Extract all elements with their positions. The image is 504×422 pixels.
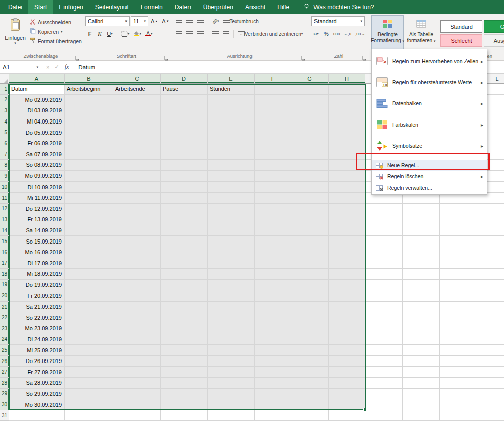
- cell-E8[interactable]: [208, 160, 255, 171]
- cell-L13[interactable]: [477, 214, 504, 225]
- font-name-combo[interactable]: Calibri▾: [85, 16, 130, 26]
- tab-überprüfen[interactable]: Überprüfen: [197, 0, 239, 14]
- cell-F25[interactable]: [255, 345, 291, 356]
- cell-J21[interactable]: [403, 302, 440, 313]
- cell-F15[interactable]: [255, 236, 291, 247]
- cell-H30[interactable]: [329, 399, 365, 410]
- cell-E22[interactable]: [208, 312, 255, 323]
- cell-G16[interactable]: [291, 247, 329, 258]
- row-header-22[interactable]: 22: [0, 312, 9, 323]
- tab-start[interactable]: Start: [28, 0, 53, 14]
- align-top-icon[interactable]: [174, 16, 184, 26]
- cell-F16[interactable]: [255, 247, 291, 258]
- menu-item[interactable]: Regeln löschen▸: [372, 171, 487, 182]
- cell-A29[interactable]: So 29.09.2019: [9, 389, 65, 400]
- paste-button[interactable]: Einfügen ▾: [3, 17, 27, 46]
- cell-D10[interactable]: [161, 182, 208, 193]
- number-format-combo[interactable]: Standard▾: [311, 16, 365, 26]
- cell-B21[interactable]: [65, 302, 113, 313]
- cell-E18[interactable]: [208, 269, 255, 280]
- cell-A11[interactable]: Mi 11.09.2019: [9, 193, 65, 204]
- cell-G29[interactable]: [291, 389, 329, 400]
- cell-C12[interactable]: [113, 204, 161, 215]
- cell-G31[interactable]: [291, 410, 329, 421]
- cell-I16[interactable]: [365, 247, 403, 258]
- cell-D4[interactable]: [161, 116, 208, 128]
- row-header-24[interactable]: 24: [0, 334, 9, 345]
- tab-einfügen[interactable]: Einfügen: [53, 0, 89, 14]
- cell-B17[interactable]: [65, 258, 113, 269]
- cell-J28[interactable]: [403, 378, 440, 389]
- cell-L20[interactable]: [477, 290, 504, 302]
- increase-indent-button[interactable]: [221, 29, 231, 39]
- cell-D24[interactable]: [161, 334, 208, 345]
- cell-F11[interactable]: [255, 193, 291, 204]
- cell-F2[interactable]: [255, 95, 291, 106]
- cell-E27[interactable]: [208, 367, 255, 378]
- cell-E6[interactable]: [208, 138, 255, 149]
- cell-A15[interactable]: So 15.09.2019: [9, 236, 65, 247]
- cell-E4[interactable]: [208, 116, 255, 128]
- cell-G25[interactable]: [291, 345, 329, 356]
- cell-D1[interactable]: Pause: [161, 84, 208, 95]
- cell-C13[interactable]: [113, 214, 161, 225]
- cell-A14[interactable]: Sa 14.09.2019: [9, 225, 65, 236]
- cell-I25[interactable]: [365, 345, 403, 356]
- comma-style-button[interactable]: 000: [332, 29, 341, 39]
- column-header-C[interactable]: C: [113, 74, 161, 84]
- cell-D28[interactable]: [161, 378, 208, 389]
- cell-B5[interactable]: [65, 127, 113, 138]
- cell-E16[interactable]: [208, 247, 255, 258]
- cell-A10[interactable]: Di 10.09.2019: [9, 182, 65, 193]
- cell-I24[interactable]: [365, 334, 403, 345]
- cell-B9[interactable]: [65, 171, 113, 182]
- cell-H4[interactable]: [329, 116, 365, 128]
- cell-E29[interactable]: [208, 389, 255, 400]
- row-header-27[interactable]: 27: [0, 367, 9, 378]
- cell-H22[interactable]: [329, 312, 365, 323]
- cell-G20[interactable]: [291, 290, 329, 302]
- row-header-23[interactable]: 23: [0, 323, 9, 334]
- cell-H3[interactable]: [329, 105, 365, 116]
- cell-C11[interactable]: [113, 193, 161, 204]
- cell-H18[interactable]: [329, 269, 365, 280]
- cell-D16[interactable]: [161, 247, 208, 258]
- cell-L23[interactable]: [477, 323, 504, 334]
- cell-E14[interactable]: [208, 225, 255, 236]
- menu-item[interactable]: Neue Regel...: [372, 160, 487, 171]
- cell-G24[interactable]: [291, 334, 329, 345]
- cell-F22[interactable]: [255, 312, 291, 323]
- copy-button[interactable]: Kopieren ▾: [30, 27, 82, 36]
- tab-ansicht[interactable]: Ansicht: [239, 0, 271, 14]
- cell-H1[interactable]: [329, 84, 365, 95]
- cell-H11[interactable]: [329, 193, 365, 204]
- cell-E3[interactable]: [208, 105, 255, 116]
- cell-C9[interactable]: [113, 171, 161, 182]
- cell-style-schlecht[interactable]: Schlecht: [440, 34, 482, 47]
- cell-D6[interactable]: [161, 138, 208, 149]
- borders-button[interactable]: ▾: [120, 29, 131, 39]
- accounting-format-button[interactable]: ¤▾: [311, 29, 321, 39]
- cell-B31[interactable]: [65, 410, 113, 421]
- cell-F19[interactable]: [255, 280, 291, 291]
- cell-H2[interactable]: [329, 95, 365, 106]
- row-header-8[interactable]: 8: [0, 160, 9, 171]
- row-header-16[interactable]: 16: [0, 247, 9, 258]
- cell-D11[interactable]: [161, 193, 208, 204]
- dialog-launcher-icon[interactable]: [362, 53, 367, 58]
- cell-F7[interactable]: [255, 149, 291, 160]
- row-header-1[interactable]: 1: [0, 84, 9, 95]
- column-header-F[interactable]: F: [255, 74, 291, 84]
- name-box[interactable]: A1 ▾: [0, 61, 41, 73]
- tell-me[interactable]: Was möchten Sie tun?: [303, 3, 374, 11]
- cell-C7[interactable]: [113, 149, 161, 160]
- cell-K17[interactable]: [440, 258, 477, 269]
- cell-A20[interactable]: Fr 20.09.2019: [9, 290, 65, 302]
- cell-C14[interactable]: [113, 225, 161, 236]
- cell-A4[interactable]: Mi 04.09.2019: [9, 116, 65, 128]
- underline-button[interactable]: U▾: [105, 29, 114, 39]
- cell-C20[interactable]: [113, 290, 161, 302]
- cell-J25[interactable]: [403, 345, 440, 356]
- cell-E30[interactable]: [208, 399, 255, 410]
- cell-H7[interactable]: [329, 149, 365, 160]
